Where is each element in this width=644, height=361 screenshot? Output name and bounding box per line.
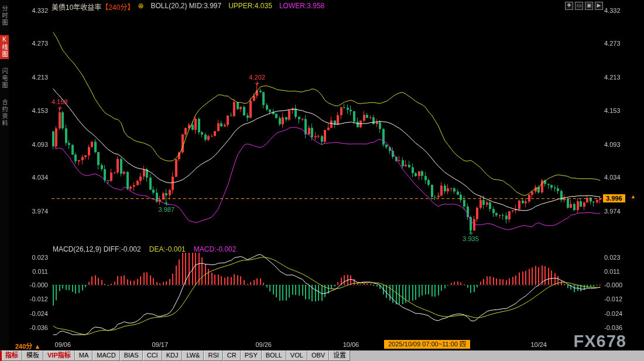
price-annotation: 4.158: [48, 98, 71, 105]
main-y-axis-label-right: 3.974: [604, 208, 637, 215]
toolbar-button-cr[interactable]: CR: [223, 350, 241, 361]
x-axis-label: 09/17: [147, 341, 173, 348]
macd-y-axis-label-right: 0.023: [604, 254, 637, 261]
price-annotation: 3.987: [155, 206, 178, 213]
macd-y-axis-label-left: 0.011: [15, 268, 48, 275]
macd-dea-label: DEA:-0.001: [149, 245, 186, 253]
footer-period-arrow-icon: ▲: [34, 343, 40, 350]
macd-y-axis-label-right: -0.024: [604, 310, 637, 317]
macd-y-axis-label-left: -0.036: [15, 324, 48, 331]
chart-type-sidebar: 分时图K线图闪电图合约资料: [0, 0, 9, 355]
macd-y-axis-label-right: -0.000: [604, 281, 637, 288]
macd-macd-label: MACD:-0.002: [194, 245, 237, 253]
x-axis-label: 10/24: [526, 341, 551, 348]
main-y-axis-label-left: 4.034: [15, 174, 48, 181]
macd-y-axis-label-left: -0.024: [15, 310, 48, 317]
sidebar-item-lightning-chart[interactable]: 闪电图: [0, 67, 9, 90]
zoom-in-icon[interactable]: ✚: [565, 2, 573, 10]
toolbar-button-ma[interactable]: MA: [75, 350, 93, 361]
main-y-axis-label-left: 4.332: [15, 7, 48, 14]
boll-upper-label: UPPER:4.035: [228, 2, 272, 12]
macd-y-axis-label-left: 0.023: [15, 254, 48, 261]
toolbar-button-obv[interactable]: OBV: [307, 350, 329, 361]
title-group: 美债10年收益率【240分】: [52, 2, 134, 12]
main-y-axis-label-right: 4.213: [604, 74, 637, 81]
toolbar-button-psy[interactable]: PSY: [241, 350, 262, 361]
sidebar-item-kline-chart[interactable]: K线图: [0, 35, 9, 59]
footer-period-label: 240分 ▲: [15, 341, 40, 350]
toolbar-button-cci[interactable]: CCI: [143, 350, 162, 361]
boll-mid-label: BOLL(20,2) MID:3.997: [150, 2, 221, 12]
toolbar-button-template[interactable]: 模板: [22, 350, 43, 361]
main-y-axis-label-right: 4.332: [604, 7, 637, 14]
footer-period-text: 240分: [15, 343, 32, 350]
main-y-axis-label-left: 4.273: [15, 40, 48, 47]
toolbar-button-lwr[interactable]: LW&: [182, 350, 204, 361]
macd-y-axis-label-right: 0.011: [604, 268, 637, 275]
x-axis-label: 09/26: [251, 341, 276, 348]
toolbar-button-indicator[interactable]: 指标: [0, 350, 22, 361]
price-chart-canvas[interactable]: [0, 0, 644, 361]
trading-terminal: 分时图K线图闪电图合约资料 美债10年收益率【240分】 ⊕ BOLL(20,2…: [0, 0, 644, 361]
main-y-axis-label-left: 4.213: [15, 74, 48, 81]
sidebar-item-contract-info[interactable]: 合约资料: [0, 98, 9, 128]
price-annotation: 3.935: [459, 235, 482, 242]
chart-window-controls: ✚▭▣▶: [565, 2, 603, 10]
toolbar-button-kdj[interactable]: KDJ: [162, 350, 183, 361]
scroll-right-icon[interactable]: ▶: [595, 2, 603, 10]
chart-titlebar: 美债10年收益率【240分】 ⊕ BOLL(20,2) MID:3.997 UP…: [52, 2, 324, 12]
main-y-axis-label-left: 4.153: [15, 107, 48, 114]
indicator-toolbar: 指标模板VIP指标MAMACDBIASCCIKDJLW&RSICRPSYBOLL…: [0, 350, 644, 361]
macd-y-axis-label-right: -0.036: [604, 324, 637, 331]
instrument-title: 美债10年收益率: [52, 4, 101, 12]
macd-indicator-labels: MACD(26,12,9) DIFF:-0.002 DEA:-0.001 MAC…: [53, 245, 236, 253]
period-tag: 【240分】: [101, 4, 134, 12]
price-annotation: 4.202: [245, 74, 269, 81]
main-y-axis-label-right: 4.273: [604, 40, 637, 47]
zoom-out-icon[interactable]: ▭: [575, 2, 583, 10]
sidebar-item-time-chart[interactable]: 分时图: [0, 4, 9, 27]
toolbar-button-settings[interactable]: 设置: [329, 350, 350, 361]
main-y-axis-label-left: 4.093: [15, 141, 48, 148]
restore-window-icon[interactable]: ▣: [585, 2, 593, 10]
toolbar-button-vip-indicator[interactable]: VIP指标: [43, 350, 75, 361]
main-y-axis-label-left: 3.974: [15, 208, 48, 215]
macd-main-label: MACD(26,12,9) DIFF:-0.002: [53, 245, 141, 253]
main-y-axis-label-right: 4.093: [604, 141, 637, 148]
link-icon[interactable]: ⊕: [138, 2, 143, 12]
toolbar-button-bias[interactable]: BIAS: [120, 350, 143, 361]
selected-bar-time-range: 2025/10/09 07:00~11:00 四: [384, 340, 470, 349]
toolbar-button-macd[interactable]: MACD: [93, 350, 119, 361]
last-price-tag: 3.996: [603, 194, 625, 202]
main-y-axis-label-right: 4.153: [604, 107, 637, 114]
latest-price-arrow[interactable]: ▲: [631, 194, 636, 200]
x-axis-label: 10/06: [338, 341, 364, 348]
boll-lower-label: LOWER:3.958: [279, 2, 324, 12]
main-y-axis-label-right: 4.034: [604, 174, 637, 181]
toolbar-button-vol[interactable]: VOL: [286, 350, 307, 361]
toolbar-button-rsi[interactable]: RSI: [204, 350, 222, 361]
toolbar-button-boll[interactable]: BOLL: [262, 350, 286, 361]
fx678-watermark: FX678: [574, 332, 626, 351]
macd-y-axis-label-left: -0.000: [15, 281, 48, 288]
macd-y-axis-label-right: -0.012: [604, 295, 637, 302]
macd-y-axis-label-left: -0.012: [15, 295, 48, 302]
x-axis-label: 09/06: [50, 341, 76, 348]
